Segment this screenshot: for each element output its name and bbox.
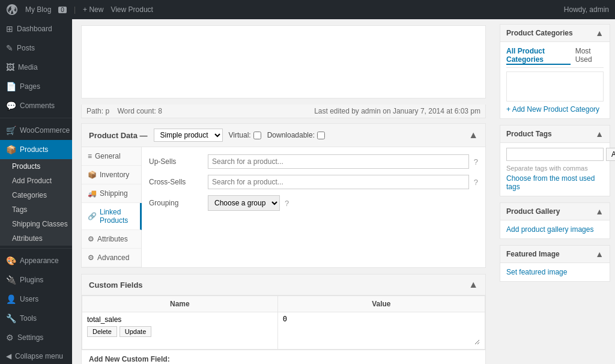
wp-logo-icon[interactable] [6,4,18,16]
sidebar-label-woocommerce: WooCommerce [20,126,70,135]
upsells-input[interactable] [208,154,469,169]
product-data-box: Product Data — Simple product Virtual: D… [81,123,486,268]
sidebar-item-plugins[interactable]: 🔌 Plugins [0,270,72,290]
sidebar-item-settings[interactable]: ⚙ Settings [0,328,72,347]
most-used-categories-tab[interactable]: Most Used [575,47,604,65]
add-gallery-images-link[interactable]: Add product gallery images [506,225,593,234]
grouping-label: Grouping [149,199,203,207]
crosssells-help-icon[interactable]: ? [474,178,478,187]
cf-update-btn[interactable]: Update [120,326,151,337]
cf-name-input[interactable] [87,315,273,324]
tag-input-row: Add [506,148,604,161]
sidebar-item-categories[interactable]: Categories [0,188,72,202]
inventory-tab-icon: 📦 [88,171,97,179]
featured-image-toggle-btn[interactable]: ▲ [595,249,604,259]
tab-advanced[interactable]: ⚙ Advanced [82,249,141,267]
product-gallery-body: Add product gallery images [500,220,610,238]
featured-image-widget: Featured Image ▲ Set featured image [500,245,610,282]
cf-value-textarea[interactable]: 0 [283,315,480,345]
cf-delete-btn[interactable]: Delete [87,326,117,337]
product-gallery-widget: Product Gallery ▲ Add product gallery im… [500,202,610,239]
featured-image-header: Featured Image ▲ [500,246,610,263]
tab-shipping[interactable]: 🚚 Shipping [82,184,141,203]
virtual-checkbox[interactable] [253,132,261,139]
category-checkbox-area[interactable] [506,71,604,102]
editor-box [81,25,486,99]
comments-count-badge[interactable]: 0 [58,7,67,13]
crosssells-input[interactable] [208,175,469,189]
tab-linked-products[interactable]: 🔗 Linked Products [82,203,142,230]
grouping-help-icon[interactable]: ? [285,199,289,208]
upsells-help-icon[interactable]: ? [474,157,478,166]
product-type-select[interactable]: Simple product [154,129,223,142]
tab-inventory-label: Inventory [100,171,129,179]
sidebar-item-media[interactable]: 🖼 Media [0,58,72,77]
custom-fields-header: Custom Fields ▲ [82,275,485,296]
submenu-label-add-product: Add Product [12,177,52,185]
grouping-row: Grouping Choose a group ? [149,195,478,211]
grouping-select[interactable]: Choose a group [208,195,280,211]
sidebar-item-comments[interactable]: 💬 Comments [0,96,72,115]
cf-name-cell: Delete Update [82,312,278,350]
settings-icon: ⚙ [6,333,14,342]
admin-bar: My Blog 0 | + New View Product Howdy, ad… [0,0,615,19]
tab-shipping-label: Shipping [100,189,128,198]
sidebar-item-attributes[interactable]: Attributes [0,231,72,246]
add-cf-label: Add New Custom Field: [89,355,478,363]
virtual-label: Virtual: [229,131,251,139]
product-tags-toggle-btn[interactable]: ▲ [595,129,604,139]
sidebar-item-add-product[interactable]: Add Product [0,174,72,188]
sidebar-item-pages[interactable]: 📄 Pages [0,77,72,96]
product-gallery-toggle-btn[interactable]: ▲ [595,207,604,216]
editor-content-area[interactable] [82,26,485,98]
sidebar-item-products-list[interactable]: Products [0,159,72,174]
tag-add-btn[interactable]: Add [606,148,615,161]
product-categories-toggle-btn[interactable]: ▲ [595,28,604,38]
sidebar-item-posts[interactable]: ✎ Posts [0,38,72,58]
sidebar-label-appearance: Appearance [20,256,59,265]
sidebar-item-users[interactable]: 👤 Users [0,290,72,309]
sidebar-label-products: Products [20,145,48,154]
last-edited-text: Last edited by admin on January 7, 2014 … [314,107,480,115]
comments-icon: 💬 [6,101,16,111]
product-data-toggle-btn[interactable]: ▲ [468,130,478,141]
set-featured-image-link[interactable]: Set featured image [506,268,567,276]
dashboard-icon: ⊞ [6,24,13,34]
media-icon: 🖼 [6,62,14,72]
sidebar-item-shipping-classes[interactable]: Shipping Classes [0,217,72,231]
view-product-link[interactable]: View Product [111,5,153,14]
product-data-title: Product Data — [89,131,148,140]
cf-actions: Delete Update [87,326,273,337]
add-new-category-link[interactable]: + Add New Product Category [506,105,599,114]
sidebar-item-tags[interactable]: Tags [0,202,72,217]
sidebar-item-dashboard[interactable]: ⊞ Dashboard [0,19,72,38]
product-data-content: Up-Sells ? Cross-Sells ? Grouping [142,147,485,267]
tag-input[interactable] [506,148,604,161]
crosssells-row: Cross-Sells ? [149,175,478,189]
site-name[interactable]: My Blog [25,5,51,14]
products-submenu: Products Add Product Categories Tags Shi… [0,159,72,246]
sidebar-item-woocommerce[interactable]: 🛒 WooCommerce [0,121,72,140]
sidebar-item-appearance[interactable]: 🎨 Appearance [0,251,72,270]
tab-inventory[interactable]: 📦 Inventory [82,166,141,184]
product-tags-widget: Product Tags ▲ Add Separate tags with co… [500,125,610,196]
main-editor: Path: p Word count: 8 Last edited by adm… [72,19,495,364]
crosssells-label: Cross-Sells [149,178,203,186]
sidebar-label-tools: Tools [20,314,37,323]
choose-tags-link[interactable]: Choose from the most used tags [506,174,595,191]
new-button[interactable]: + New [83,5,103,14]
sidebar-item-products[interactable]: 📦 Products [0,140,72,159]
sidebar-label-settings: Settings [17,333,43,342]
sidebar-label-comments: Comments [20,102,55,110]
product-data-header: Product Data — Simple product Virtual: D… [82,124,485,147]
custom-fields-toggle-btn[interactable]: ▲ [468,279,478,290]
sidebar-item-tools[interactable]: 🔧 Tools [0,309,72,328]
advanced-tab-icon: ⚙ [88,253,94,262]
collapse-menu-button[interactable]: ◀ Collapse menu [0,347,72,364]
tab-general[interactable]: ≡ General [82,147,141,166]
custom-fields-box: Custom Fields ▲ Name Value [81,274,486,364]
custom-fields-title: Custom Fields [89,281,143,290]
downloadable-checkbox[interactable] [317,132,325,139]
tab-attributes[interactable]: ⚙ Attributes [82,230,141,249]
all-categories-tab[interactable]: All Product Categories [506,47,571,65]
